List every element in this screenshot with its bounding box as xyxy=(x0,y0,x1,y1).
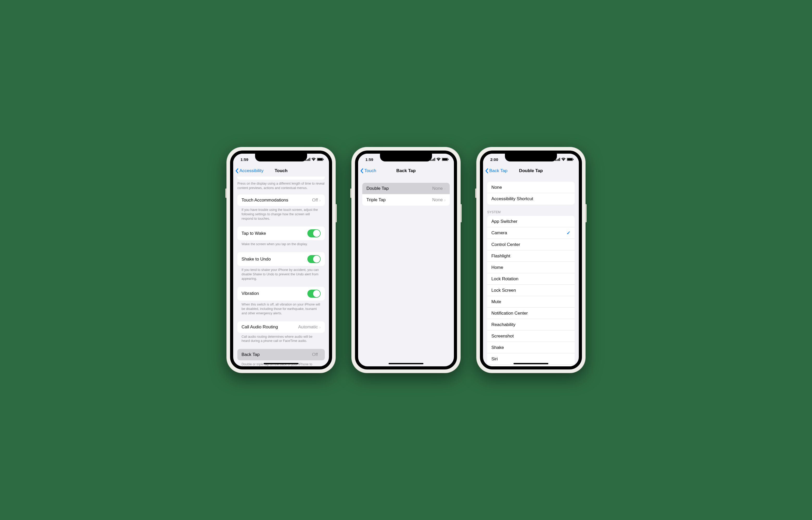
row-label: Reachability xyxy=(491,322,516,327)
check-icon: ✓ xyxy=(567,230,570,236)
row-label: Double Tap xyxy=(366,186,389,191)
notch xyxy=(255,154,307,161)
row-label: Lock Screen xyxy=(491,288,516,293)
row-label: Accessibility Shortcut xyxy=(491,196,533,202)
row-label: Lock Rotation xyxy=(491,277,518,282)
svg-rect-10 xyxy=(434,158,435,161)
settings-content[interactable]: Press on the display using a different l… xyxy=(233,177,329,366)
group-vibration: Vibration When this switch is off, all v… xyxy=(237,287,325,320)
group-call-audio: Call Audio Routing Automatic› Call audio… xyxy=(237,321,325,347)
row-label: Tap to Wake xyxy=(242,231,266,236)
svg-rect-15 xyxy=(557,159,558,161)
nav-title: Touch xyxy=(275,168,288,174)
nav-bar: Accessibility Touch xyxy=(233,165,329,177)
status-time: 1:59 xyxy=(241,157,248,162)
row-label: Mute xyxy=(491,299,501,305)
row-option[interactable]: Accessibility Shortcut xyxy=(487,193,575,205)
row-option[interactable]: Camera✓ xyxy=(487,227,575,239)
home-indicator[interactable] xyxy=(514,363,548,364)
svg-rect-7 xyxy=(430,160,431,161)
svg-rect-8 xyxy=(432,159,433,161)
chevron-left-icon xyxy=(360,168,363,174)
row-option[interactable]: Lock Screen xyxy=(487,285,575,296)
shake-footer: If you tend to shake your iPhone by acci… xyxy=(237,266,325,285)
status-time: 2:00 xyxy=(490,157,498,162)
svg-rect-16 xyxy=(558,159,559,161)
svg-rect-17 xyxy=(559,158,560,161)
row-double-tap[interactable]: Double Tap None› xyxy=(362,183,450,194)
row-vibration[interactable]: Vibration xyxy=(237,287,325,301)
row-label: Control Center xyxy=(491,242,520,247)
group-tap-wake: Tap to Wake Wake the screen when you tap… xyxy=(237,227,325,251)
row-shake-to-undo[interactable]: Shake to Undo xyxy=(237,252,325,266)
chevron-right-icon: › xyxy=(319,198,321,202)
row-label: Touch Accommodations xyxy=(242,198,288,203)
call-audio-footer: Call audio routing determines where audi… xyxy=(237,333,325,347)
chevron-right-icon: › xyxy=(444,186,446,190)
toggle-tap-to-wake[interactable] xyxy=(307,229,321,237)
svg-rect-19 xyxy=(567,158,572,161)
toggle-shake-to-undo[interactable] xyxy=(307,255,321,263)
row-tap-to-wake[interactable]: Tap to Wake xyxy=(237,227,325,240)
row-label: Vibration xyxy=(242,291,259,296)
chevron-right-icon: › xyxy=(444,198,446,202)
group-system: App SwitcherCamera✓Control CenterFlashli… xyxy=(487,216,575,366)
row-option[interactable]: Mute xyxy=(487,296,575,308)
wifi-icon xyxy=(312,158,316,161)
battery-icon xyxy=(317,158,324,161)
row-option[interactable]: Reachability xyxy=(487,319,575,331)
row-touch-accommodations[interactable]: Touch Accommodations Off› xyxy=(237,194,325,206)
phone-1: 1:59 Accessibility Touch Press on the di… xyxy=(226,147,336,373)
row-option[interactable]: Shake xyxy=(487,342,575,353)
row-option[interactable]: App Switcher xyxy=(487,216,575,227)
vibration-footer: When this switch is off, all vibration o… xyxy=(237,301,325,320)
row-option[interactable]: Spotlight xyxy=(487,365,575,366)
nav-bar: Back Tap Double Tap xyxy=(483,165,579,177)
home-indicator[interactable] xyxy=(389,363,423,364)
back-button[interactable]: Back Tap xyxy=(485,168,508,174)
row-label: App Switcher xyxy=(491,219,517,224)
svg-rect-3 xyxy=(310,158,310,161)
row-label: Back Tap xyxy=(242,352,260,357)
row-label: None xyxy=(491,185,502,190)
chevron-right-icon: › xyxy=(319,353,321,357)
back-tap-content[interactable]: Double Tap None› Triple Tap None› xyxy=(358,177,454,366)
group-shake: Shake to Undo If you tend to shake your … xyxy=(237,252,325,285)
back-button[interactable]: Accessibility xyxy=(235,168,264,174)
status-icons xyxy=(430,158,449,161)
double-tap-content[interactable]: NoneAccessibility Shortcut SYSTEM App Sw… xyxy=(483,177,579,366)
row-call-audio-routing[interactable]: Call Audio Routing Automatic› xyxy=(237,321,325,333)
row-triple-tap[interactable]: Triple Tap None› xyxy=(362,194,450,206)
row-label: Flashlight xyxy=(491,254,510,259)
back-button[interactable]: Touch xyxy=(360,168,376,174)
row-option[interactable]: Control Center xyxy=(487,239,575,251)
group-tap-options: Double Tap None› Triple Tap None› xyxy=(362,183,450,206)
nav-bar: Touch Back Tap xyxy=(358,165,454,177)
row-back-tap[interactable]: Back Tap Off› xyxy=(237,349,325,360)
row-option[interactable]: Flashlight xyxy=(487,251,575,262)
home-indicator[interactable] xyxy=(264,363,298,364)
row-value: None› xyxy=(432,197,446,203)
svg-rect-2 xyxy=(308,159,309,161)
notch xyxy=(505,154,557,161)
nav-title: Double Tap xyxy=(519,168,543,174)
row-label: Siri xyxy=(491,357,498,362)
row-value: None› xyxy=(432,186,446,191)
row-label: Shake to Undo xyxy=(242,257,271,262)
svg-rect-13 xyxy=(448,159,449,160)
row-value: Off› xyxy=(312,198,321,203)
row-option[interactable]: Lock Rotation xyxy=(487,273,575,285)
status-time: 1:59 xyxy=(365,157,373,162)
group-top: NoneAccessibility Shortcut xyxy=(487,182,575,205)
row-option[interactable]: Screenshot xyxy=(487,331,575,342)
group-touch-accom: Touch Accommodations Off› If you have tr… xyxy=(237,194,325,225)
row-label: Shake xyxy=(491,345,504,350)
back-label: Back Tap xyxy=(489,168,508,174)
row-option[interactable]: Home xyxy=(487,262,575,273)
svg-rect-14 xyxy=(556,160,556,161)
row-option[interactable]: None xyxy=(487,182,575,193)
toggle-vibration[interactable] xyxy=(307,290,321,298)
row-value: Off› xyxy=(312,352,321,357)
row-option[interactable]: Notification Center xyxy=(487,308,575,319)
chevron-right-icon: › xyxy=(319,325,321,329)
